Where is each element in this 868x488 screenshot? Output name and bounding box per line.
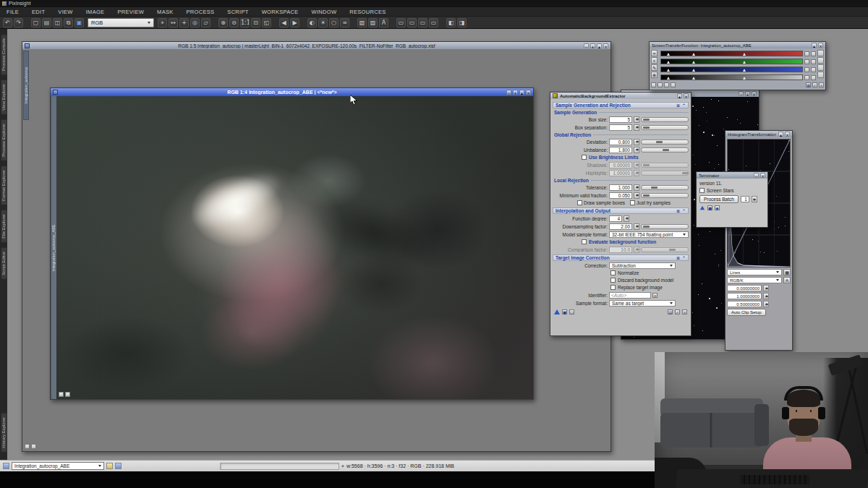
draw-sample-boxes-checkbox[interactable] bbox=[577, 200, 582, 205]
menu-process[interactable]: PROCESS bbox=[180, 9, 221, 15]
inner-window-titlebar[interactable]: RGB 1:4 Integration_autocrop_ABE | <*new… bbox=[51, 88, 533, 96]
shadows-spinner[interactable] bbox=[763, 285, 769, 291]
window-shade-icon[interactable]: ▴ bbox=[778, 132, 783, 137]
zoom-to-fit-icon[interactable]: ⊡ bbox=[251, 18, 260, 27]
abe-titlebar[interactable]: AutomaticBackgroundExtractor ▴ × bbox=[550, 93, 691, 99]
stf-midtone-icon[interactable] bbox=[658, 82, 663, 87]
stf-option-button[interactable] bbox=[817, 64, 824, 71]
sidebar-tab-process-explorer[interactable]: Process Explorer bbox=[1, 119, 7, 161]
sidebar-tab-history-explorer[interactable]: History Explorer bbox=[1, 413, 7, 453]
window-shade-icon[interactable]: ▴ bbox=[812, 43, 817, 48]
selection-mode-icon[interactable]: ▱ bbox=[201, 18, 210, 27]
model-sample-format-select[interactable]: 32-bit IEEE 754 floating point bbox=[609, 231, 689, 238]
workspace-4-icon[interactable]: ▭ bbox=[429, 18, 438, 27]
clipboard-icon[interactable]: ▣ bbox=[75, 18, 84, 27]
workspace-1-icon[interactable]: ▭ bbox=[396, 18, 406, 27]
image-window-integration-autocrop-abe[interactable]: RGB 1:4 Integration_autocrop_ABE | <*new… bbox=[50, 87, 534, 400]
redo-icon[interactable]: ↷ bbox=[14, 18, 23, 27]
abe-section-target-correction[interactable]: Target Image Correction ≡⌃ bbox=[553, 254, 689, 261]
stf-window[interactable]: ScreenTransferFunction: Integration_auto… bbox=[649, 41, 826, 90]
move-mode-icon[interactable]: ↔ bbox=[169, 18, 178, 27]
sidebar-tab-view-explorer[interactable]: View Explorer bbox=[1, 80, 7, 115]
realtime-preview-icon[interactable]: ○ bbox=[569, 309, 574, 314]
menu-mask[interactable]: MASK bbox=[150, 9, 179, 15]
window-close-icon[interactable]: × bbox=[760, 173, 765, 178]
abe-section-sample-generation[interactable]: Sample Generation and Rejection ≡⌃ bbox=[553, 102, 689, 108]
just-try-samples-checkbox[interactable] bbox=[630, 200, 635, 205]
stf-zoom-icon[interactable]: ⊕ bbox=[651, 72, 658, 78]
sidebar-tab-process-console[interactable]: Process Console bbox=[1, 34, 7, 75]
section-collapse-icon[interactable]: ⌃ bbox=[682, 208, 686, 213]
link-rgb-icon[interactable]: ∞ bbox=[340, 18, 349, 27]
box-size-field[interactable]: 5 bbox=[609, 116, 632, 123]
shadows-field[interactable]: 0.00000000 bbox=[727, 285, 762, 291]
stf-row-button[interactable] bbox=[804, 67, 809, 72]
section-collapse-icon[interactable]: ⌃ bbox=[682, 103, 686, 108]
downsampling-spinner[interactable] bbox=[634, 223, 639, 230]
next-view-icon[interactable]: ▶ bbox=[290, 18, 299, 27]
box-separation-slider[interactable] bbox=[641, 125, 689, 130]
stf-black-point-icon[interactable] bbox=[651, 82, 656, 87]
auto-clip-setup-button[interactable]: Auto Clip Setup bbox=[727, 309, 766, 316]
box-size-slider[interactable] bbox=[641, 117, 689, 122]
workspace-3-icon[interactable]: ▭ bbox=[418, 18, 427, 27]
readout-mode-icon[interactable]: ⌖ bbox=[158, 18, 167, 27]
min-valid-fraction-slider[interactable] bbox=[641, 193, 689, 198]
downsampling-field[interactable]: 2.00 bbox=[609, 223, 632, 230]
section-menu-icon[interactable]: ≡ bbox=[676, 255, 680, 260]
channel-selector[interactable]: RGB bbox=[88, 18, 154, 27]
outer-window-titlebar[interactable]: RGB 1:5 Integration_autocrop | masterLig… bbox=[22, 42, 610, 49]
new-image-icon[interactable]: ▢ bbox=[31, 18, 41, 27]
stf-row-button[interactable] bbox=[811, 59, 816, 64]
stf-slider-l[interactable] bbox=[660, 74, 803, 80]
stf-option-button[interactable] bbox=[817, 72, 824, 78]
window-close-icon[interactable]: × bbox=[785, 132, 790, 137]
plot-style-select[interactable]: Lines bbox=[727, 269, 782, 275]
window-minimize-icon[interactable]: − bbox=[584, 43, 589, 48]
evaluate-background-checkbox[interactable] bbox=[582, 239, 587, 244]
channel-select[interactable]: RGB/K bbox=[727, 277, 782, 283]
stf-readout-icon[interactable]: ⌖ bbox=[651, 57, 658, 64]
section-collapse-icon[interactable]: ⌃ bbox=[682, 255, 686, 260]
box-separation-spinner[interactable] bbox=[634, 124, 639, 131]
track-view-icon[interactable]: ✓ bbox=[675, 309, 680, 314]
stf-slider-g[interactable] bbox=[660, 59, 803, 64]
window-close-icon[interactable]: × bbox=[684, 93, 689, 98]
normalize-checkbox[interactable] bbox=[610, 270, 616, 275]
open-image-icon[interactable]: ▤ bbox=[42, 18, 51, 27]
duplicate-image-icon[interactable]: ⧉ bbox=[64, 18, 73, 27]
zoom-readout-icon[interactable] bbox=[31, 444, 36, 449]
identifier-field[interactable]: <Auto> bbox=[609, 292, 651, 299]
abe-dialog[interactable]: AutomaticBackgroundExtractor ▴ × Sample … bbox=[550, 92, 692, 336]
window-maximize-icon[interactable]: + bbox=[590, 43, 595, 48]
deviation-spinner[interactable] bbox=[634, 139, 639, 145]
undo-icon[interactable]: ↶ bbox=[3, 18, 12, 27]
batch-count-field[interactable]: 1 bbox=[741, 196, 749, 202]
view-mode-icon[interactable] bbox=[59, 392, 64, 397]
terminator-titlebar[interactable]: Terminator − × bbox=[697, 172, 767, 179]
reset-stf-icon[interactable]: ○ bbox=[329, 18, 339, 27]
deviation-slider[interactable] bbox=[641, 140, 689, 145]
min-valid-fraction-field[interactable]: 0.050 bbox=[609, 192, 632, 199]
window-close-icon[interactable]: × bbox=[603, 43, 608, 48]
discard-background-checkbox[interactable] bbox=[610, 278, 616, 283]
unbalance-spinner[interactable] bbox=[634, 147, 639, 153]
stf-option-button[interactable] bbox=[817, 57, 824, 64]
browse-documentation-icon[interactable]: ▤ bbox=[668, 309, 673, 314]
zoom-in-icon[interactable]: ⊕ bbox=[218, 18, 228, 27]
stf-row-button[interactable] bbox=[804, 51, 809, 56]
annotation-icon[interactable]: A bbox=[379, 18, 388, 27]
tolerance-slider[interactable] bbox=[641, 185, 689, 190]
menu-preview[interactable]: PREVIEW bbox=[111, 9, 150, 15]
zoom-optimal-icon[interactable]: ◱ bbox=[262, 18, 271, 27]
reset-icon[interactable]: × bbox=[682, 309, 687, 314]
downsampling-slider[interactable] bbox=[641, 224, 689, 229]
menu-image[interactable]: IMAGE bbox=[80, 9, 111, 15]
window-maximize-icon[interactable]: + bbox=[745, 91, 750, 96]
window-shade-icon[interactable]: ▴ bbox=[677, 93, 682, 98]
replace-target-checkbox[interactable] bbox=[610, 285, 616, 290]
screen-stars-checkbox[interactable] bbox=[699, 188, 705, 193]
apply-global-icon[interactable]: ■ bbox=[562, 309, 567, 314]
screen-stf-icon[interactable]: ◐ bbox=[307, 18, 317, 27]
clear-identifier-icon[interactable]: × bbox=[652, 293, 658, 298]
